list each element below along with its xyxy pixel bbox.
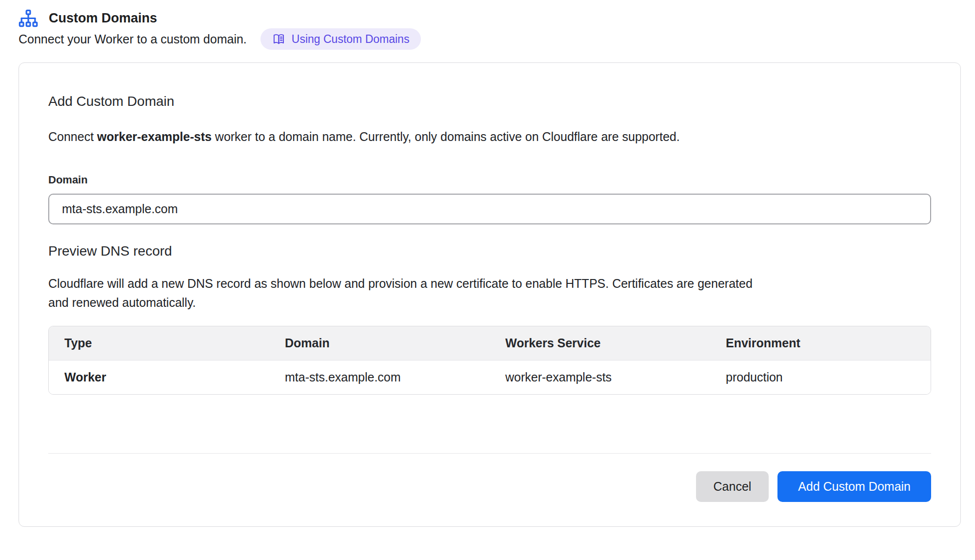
column-header-workers-service: Workers Service xyxy=(490,326,710,360)
intro-prefix: Connect xyxy=(48,130,97,143)
preview-dns-heading: Preview DNS record xyxy=(48,243,931,260)
card-intro-text: Connect worker-example-sts worker to a d… xyxy=(48,128,931,145)
intro-suffix: worker to a domain name. Currently, only… xyxy=(212,130,680,143)
add-custom-domain-card: Add Custom Domain Connect worker-example… xyxy=(19,62,961,527)
add-custom-domain-button[interactable]: Add Custom Domain xyxy=(777,471,931,502)
worker-name: worker-example-sts xyxy=(97,130,212,143)
card-heading: Add Custom Domain xyxy=(48,93,931,110)
footer-divider xyxy=(48,453,931,454)
page-subtitle: Connect your Worker to a custom domain. xyxy=(19,32,247,46)
page-title: Custom Domains xyxy=(49,9,157,27)
column-header-environment: Environment xyxy=(710,326,931,360)
docs-link-label: Using Custom Domains xyxy=(292,34,410,45)
table-row: Worker mta-sts.example.com worker-exampl… xyxy=(49,360,931,394)
page-subheader: Connect your Worker to a custom domain. … xyxy=(19,28,961,50)
domain-input[interactable] xyxy=(48,194,931,224)
cell-workers-service: worker-example-sts xyxy=(490,360,710,394)
page-header: Custom Domains xyxy=(19,0,961,19)
column-header-domain: Domain xyxy=(269,326,490,360)
cell-environment: production xyxy=(710,360,931,394)
cell-domain: mta-sts.example.com xyxy=(269,360,490,394)
docs-link-using-custom-domains[interactable]: Using Custom Domains xyxy=(260,28,421,50)
domain-field-label: Domain xyxy=(48,173,931,187)
sitemap-icon xyxy=(19,9,38,27)
page-content: Custom Domains Connect your Worker to a … xyxy=(19,0,961,527)
open-book-icon xyxy=(272,33,285,46)
table-header-row: Type Domain Workers Service Environment xyxy=(49,326,931,360)
dns-record-table: Type Domain Workers Service Environment … xyxy=(48,326,931,395)
cell-type: Worker xyxy=(49,360,269,394)
card-actions: Cancel Add Custom Domain xyxy=(48,471,931,502)
cancel-button[interactable]: Cancel xyxy=(696,471,769,502)
column-header-type: Type xyxy=(49,326,269,360)
preview-dns-description: Cloudflare will add a new DNS record as … xyxy=(48,274,765,312)
